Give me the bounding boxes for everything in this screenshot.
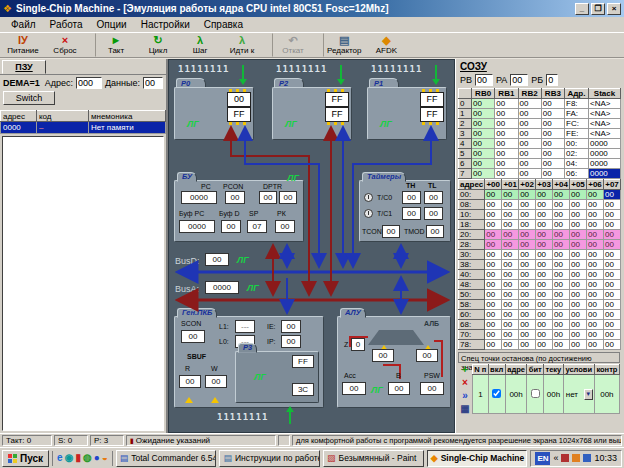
bank-rb3-cell[interactable]: 00 — [541, 99, 564, 109]
bank-stack-cell[interactable]: 0000 — [589, 159, 621, 169]
memory-cell[interactable]: 00 — [587, 300, 604, 310]
memory-cell[interactable]: 00 — [604, 320, 621, 330]
memory-cell[interactable]: 00 — [604, 340, 621, 350]
memory-cell[interactable]: 00 — [502, 300, 519, 310]
memory-row[interactable]: 28: 00 00 00 00 00 00 00 00 — [459, 240, 621, 250]
breakpoint-condition-select[interactable]: нет ▼ — [565, 389, 593, 400]
memory-cell[interactable]: 00 — [502, 230, 519, 240]
rom-column-header[interactable]: код — [37, 111, 89, 122]
memory-cell[interactable]: 00 — [587, 260, 604, 270]
memory-cell[interactable]: 00 — [502, 320, 519, 330]
memory-row[interactable]: 40: 00 00 00 00 00 00 00 00 — [459, 270, 621, 280]
breakpoint-bit-checkbox[interactable] — [531, 389, 540, 398]
memory-cell[interactable]: 00 — [502, 280, 519, 290]
breakpoint-enabled-checkbox[interactable] — [492, 389, 501, 398]
memory-cell[interactable]: 00 — [502, 250, 519, 260]
memory-cell[interactable]: 00 — [570, 320, 587, 330]
memory-cell[interactable]: 00 — [570, 290, 587, 300]
memory-cell[interactable]: 00 — [570, 190, 587, 200]
bank-rb1-cell[interactable]: 00 — [495, 99, 518, 109]
memory-row[interactable]: 68: 00 00 00 00 00 00 00 00 — [459, 320, 621, 330]
taskbar-task-button[interactable]: ▤ Total Commander 6.54a ... — [116, 450, 217, 467]
port3-register-high[interactable]: FF — [292, 355, 314, 368]
bank-rb2-cell[interactable]: 00 — [518, 99, 541, 109]
quick-launch-icon[interactable]: ◉ — [65, 452, 74, 464]
bank-rb0-cell[interactable]: 00 — [472, 109, 495, 119]
bank-stack-cell[interactable]: <NA> — [589, 129, 621, 139]
memory-cell[interactable]: 00 — [536, 280, 553, 290]
memory-cell[interactable]: 00 — [502, 310, 519, 320]
bank-rb3-cell[interactable]: 00 — [541, 169, 564, 179]
switch-button[interactable]: Switch — [3, 91, 55, 105]
memory-cell[interactable]: 00 — [570, 310, 587, 320]
memory-cell[interactable]: 00 — [519, 210, 536, 220]
memory-cell[interactable]: 00 — [519, 240, 536, 250]
toolbar-button[interactable]: λ Идти к — [221, 33, 263, 57]
scon-register[interactable]: 00 — [181, 330, 205, 343]
port-register-low[interactable]: FF — [227, 107, 251, 122]
port-register-high[interactable]: FF — [325, 92, 349, 107]
memory-cell[interactable]: 00 — [519, 200, 536, 210]
memory-cell[interactable]: 00 — [519, 250, 536, 260]
sbuf-r-register[interactable]: 00 — [179, 375, 201, 388]
memory-cell[interactable]: 00 — [519, 310, 536, 320]
toolbar-button[interactable]: IУ Питание — [2, 33, 44, 57]
port-register-low[interactable]: FF — [325, 107, 349, 122]
breakpoint-address[interactable]: 00h — [505, 375, 527, 414]
memory-cell[interactable]: 00 — [587, 280, 604, 290]
memory-cell[interactable]: 00 — [519, 320, 536, 330]
pc-register[interactable]: 0000 — [181, 191, 217, 204]
bank-rb1-cell[interactable]: 00 — [495, 139, 518, 149]
memory-cell[interactable]: 00 — [570, 300, 587, 310]
rb-input[interactable] — [546, 74, 558, 86]
memory-cell[interactable]: 00 — [536, 320, 553, 330]
memory-cell[interactable]: 00 — [553, 240, 570, 250]
b-register[interactable]: 00 — [388, 382, 410, 395]
bank-rb0-cell[interactable]: 00 — [472, 129, 495, 139]
memory-row[interactable]: 50: 00 00 00 00 00 00 00 00 — [459, 290, 621, 300]
menu-item[interactable]: Файл — [4, 18, 43, 31]
memory-cell[interactable]: 00 — [587, 240, 604, 250]
tcon-register[interactable]: 00 — [382, 225, 400, 238]
bank-rb3-cell[interactable]: 00 — [541, 139, 564, 149]
buf-pc-register[interactable]: 0000 — [179, 220, 215, 233]
psw-register[interactable]: 00 — [420, 382, 444, 395]
toolbar-button[interactable]: ↻ Цикл — [137, 33, 179, 57]
quick-launch-icon[interactable]: e — [57, 452, 63, 464]
port3-register-low[interactable]: 3C — [292, 383, 314, 396]
tray-chevron[interactable]: « — [553, 453, 558, 463]
memory-cell[interactable]: 00 — [604, 200, 621, 210]
memory-cell[interactable]: 00 — [553, 330, 570, 340]
memory-row[interactable]: 08: 00 00 00 00 00 00 00 00 — [459, 200, 621, 210]
memory-cell[interactable]: 00 — [604, 280, 621, 290]
memory-row[interactable]: 30: 00 00 00 00 00 00 00 00 — [459, 250, 621, 260]
memory-cell[interactable]: 00 — [485, 330, 502, 340]
quick-launch-icon[interactable]: ◍ — [83, 452, 92, 464]
memory-cell[interactable]: 00 — [604, 190, 621, 200]
memory-cell[interactable]: 00 — [519, 300, 536, 310]
memory-row[interactable]: 00: 00 00 00 00 00 00 00 00 — [459, 190, 621, 200]
memory-cell[interactable]: 00 — [553, 210, 570, 220]
quick-launch-icon[interactable]: ● — [94, 452, 100, 464]
alu-operand1-register[interactable]: 00 — [372, 349, 394, 362]
memory-cell[interactable]: 00 — [553, 290, 570, 300]
memory-cell[interactable]: 00 — [519, 220, 536, 230]
ie-register[interactable]: 00 — [281, 320, 301, 333]
rom-column-header[interactable]: мнемоника — [89, 111, 166, 122]
memory-cell[interactable]: 00 — [519, 190, 536, 200]
bank-rb2-cell[interactable]: 00 — [518, 139, 541, 149]
memory-cell[interactable]: 00 — [519, 280, 536, 290]
pa-input[interactable] — [510, 74, 528, 86]
memory-cell[interactable]: 00 — [570, 280, 587, 290]
bank-rb0-cell[interactable]: 00 — [472, 149, 495, 159]
l1-value[interactable]: --- — [235, 320, 255, 333]
memory-cell[interactable]: 00 — [536, 200, 553, 210]
memory-cell[interactable]: 00 — [553, 280, 570, 290]
memory-row[interactable]: 38: 00 00 00 00 00 00 00 00 — [459, 260, 621, 270]
memory-cell[interactable]: 00 — [536, 250, 553, 260]
busd-value[interactable]: 00 — [205, 253, 229, 266]
memory-cell[interactable]: 00 — [604, 290, 621, 300]
bank-stack-cell[interactable]: 0000 — [589, 149, 621, 159]
memory-cell[interactable]: 00 — [485, 260, 502, 270]
taskbar-task-button[interactable]: ▨ Безымянный - Paint — [323, 450, 424, 467]
